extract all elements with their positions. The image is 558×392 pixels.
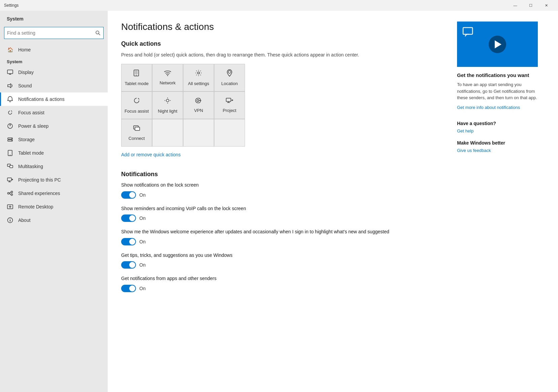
sidebar-item-label: Power & sleep	[18, 123, 48, 129]
quick-action-empty	[214, 119, 245, 146]
qa-label: Location	[221, 81, 238, 86]
quick-action-night-light[interactable]: Night light	[152, 92, 183, 119]
system-label: System	[0, 11, 108, 24]
qa-label: Network	[160, 80, 176, 85]
quick-action-all-settings[interactable]: All settings	[183, 64, 214, 91]
sidebar-item-display[interactable]: Display	[0, 66, 108, 79]
qa-label: Focus assist	[125, 109, 149, 114]
qa-label: Night light	[158, 109, 177, 114]
notifications-icon	[7, 96, 13, 103]
svg-point-35	[197, 100, 199, 102]
svg-rect-13	[10, 165, 13, 168]
sidebar-item-projecting[interactable]: Projecting to this PC	[0, 173, 108, 187]
svg-rect-2	[7, 70, 13, 74]
sidebar-item-home[interactable]: 🏠Home	[0, 43, 108, 56]
quick-action-project[interactable]: Project	[214, 92, 245, 119]
svg-point-30	[166, 99, 169, 102]
minimize-button[interactable]: —	[508, 0, 523, 11]
all-settings-icon	[195, 69, 202, 78]
toggle-container-tips: On	[121, 261, 444, 269]
location-icon	[226, 69, 233, 78]
sidebar-item-notifications[interactable]: Notifications & actions	[0, 92, 108, 106]
toggle-apps[interactable]	[121, 285, 136, 292]
qa-label: VPN	[194, 108, 203, 113]
page-title: Notifications & actions	[121, 22, 444, 32]
shared-icon	[7, 190, 13, 197]
quick-action-connect[interactable]: Connect	[121, 119, 152, 146]
search-input[interactable]	[7, 30, 95, 36]
toggle-row-apps: Get notifications from apps and other se…	[121, 275, 444, 292]
multitasking-icon	[7, 163, 13, 170]
get-help-link[interactable]: Get help	[457, 128, 474, 133]
svg-rect-37	[226, 98, 231, 102]
system-section-label: System	[0, 56, 108, 66]
search-box[interactable]	[4, 27, 104, 39]
close-button[interactable]: ✕	[538, 0, 554, 11]
app-container: System 🏠HomeSystemDisplaySoundNotificati…	[0, 11, 558, 392]
svg-point-28	[198, 72, 200, 74]
toggle-status-tips: On	[139, 262, 146, 268]
toggle-container-lock-screen: On	[121, 191, 444, 199]
home-icon: 🏠	[7, 46, 13, 53]
svg-rect-40	[463, 28, 473, 34]
focus-icon	[7, 109, 13, 116]
quick-actions-title: Quick actions	[121, 40, 444, 47]
content-area: Notifications & actions Quick actions Pr…	[108, 11, 558, 392]
vpn-icon	[195, 97, 202, 105]
sidebar-item-focus[interactable]: Focus assist	[0, 106, 108, 119]
question-section: Have a question? Get help	[457, 121, 545, 133]
sidebar-item-sound[interactable]: Sound	[0, 79, 108, 92]
storage-icon	[7, 136, 13, 143]
sidebar-item-remote[interactable]: Remote Desktop	[0, 200, 108, 213]
toggle-welcome[interactable]	[121, 238, 136, 245]
video-thumbnail[interactable]	[457, 22, 538, 67]
play-button[interactable]	[489, 36, 506, 53]
tablet-icon	[7, 150, 13, 156]
sidebar-item-label: Home	[18, 47, 31, 52]
sidebar-item-label: Storage	[18, 137, 35, 142]
sidebar-item-power[interactable]: Power & sleep	[0, 119, 108, 133]
question-heading: Have a question?	[457, 121, 545, 126]
chat-icon	[462, 27, 475, 39]
power-icon	[7, 123, 13, 129]
quick-action-network[interactable]: Network	[152, 64, 183, 91]
toggle-row-welcome: Show me the Windows welcome experience a…	[121, 229, 444, 245]
more-info-link[interactable]: Get more info about notifications	[457, 105, 520, 110]
add-remove-link[interactable]: Add or remove quick actions	[121, 152, 181, 157]
tablet-mode-icon	[133, 69, 140, 78]
toggle-label-lock-screen: Show notifications on the lock screen	[121, 182, 444, 189]
video-card: Get the notifications you want To have a…	[457, 22, 545, 110]
toggle-row-voip: Show reminders and incoming VoIP calls o…	[121, 205, 444, 222]
maximize-button[interactable]: ☐	[523, 0, 538, 11]
sidebar-item-storage[interactable]: Storage	[0, 133, 108, 146]
sidebar-item-multitasking[interactable]: Multitasking	[0, 160, 108, 173]
toggle-status-welcome: On	[139, 239, 146, 244]
quick-action-tablet-mode[interactable]: Tablet mode	[121, 64, 152, 91]
right-panel: Get the notifications you want To have a…	[457, 22, 545, 381]
sidebar-item-about[interactable]: About	[0, 213, 108, 227]
toggle-lock-screen[interactable]	[121, 191, 136, 199]
svg-point-11	[10, 155, 10, 155]
toggle-status-voip: On	[139, 215, 146, 221]
toggle-voip[interactable]	[121, 214, 136, 222]
give-feedback-link[interactable]: Give us feedback	[457, 148, 491, 153]
sidebar-item-label: Focus assist	[18, 110, 44, 115]
sidebar-item-tablet[interactable]: Tablet mode	[0, 146, 108, 160]
toggle-tips[interactable]	[121, 261, 136, 269]
svg-point-25	[136, 75, 137, 76]
quick-action-focus-assist[interactable]: Focus assist	[121, 92, 152, 119]
sidebar-item-label: About	[18, 218, 31, 223]
app-title: Settings	[4, 3, 19, 8]
quick-action-vpn[interactable]: VPN	[183, 92, 214, 119]
sidebar-item-shared[interactable]: Shared experiences	[0, 187, 108, 200]
toggle-label-apps: Get notifications from apps and other se…	[121, 275, 444, 282]
qa-label: Connect	[129, 136, 145, 141]
svg-rect-39	[135, 127, 140, 130]
qa-label: Tablet mode	[125, 81, 149, 86]
toggle-row-tips: Get tips, tricks, and suggestions as you…	[121, 252, 444, 269]
get-notifications-heading: Get the notifications you want	[457, 72, 545, 78]
svg-point-15	[8, 193, 9, 194]
svg-marker-3	[8, 84, 11, 88]
network-icon	[164, 70, 171, 78]
quick-action-location[interactable]: Location	[214, 64, 245, 91]
